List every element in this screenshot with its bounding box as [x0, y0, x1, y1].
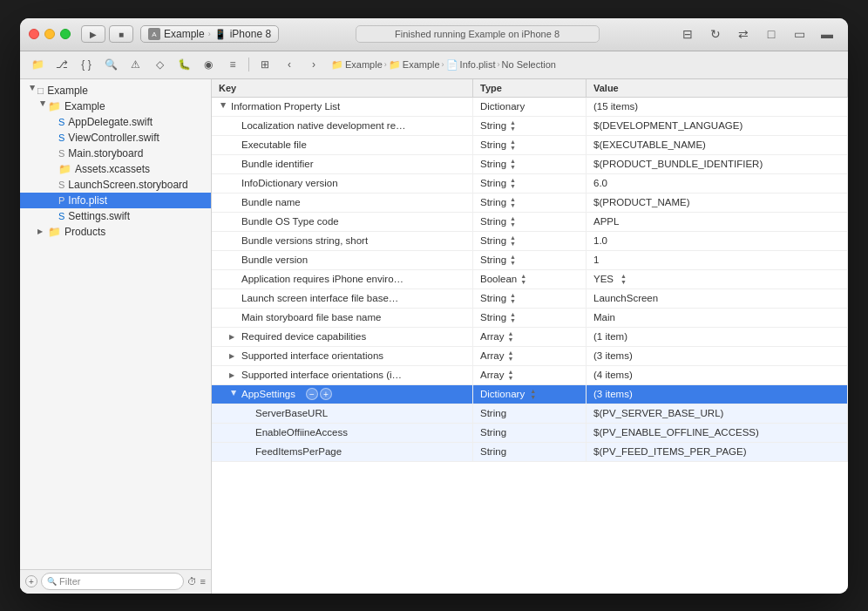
plist-row-appsettings[interactable]: ▶ AppSettings − + Dictionary ▲▼ (3 items… — [212, 385, 848, 404]
expand-icon[interactable]: ▶ — [220, 102, 227, 111]
plist-row-executable[interactable]: Executable file String ▲▼ $(EXECUTABLE_N… — [212, 136, 848, 155]
close-button[interactable] — [29, 29, 39, 39]
sidebar-item-example-group[interactable]: ▶ □ Example — [20, 83, 211, 98]
plist-row-required-device[interactable]: ▶ Required device capabilities Array ▲▼ … — [212, 328, 848, 347]
plist-table[interactable]: Key Type Value ▶ Information Property Li… — [212, 79, 848, 594]
breadcrumb-item-4[interactable]: No Selection — [502, 59, 556, 70]
type-stepper-idv[interactable]: ▲▼ — [510, 177, 516, 189]
value-cell-bundle-version: 1 — [587, 251, 848, 269]
plist-row-bundle-id[interactable]: Bundle identifier String ▲▼ $(PRODUCT_BU… — [212, 155, 848, 174]
value-stepper-ari[interactable]: ▲▼ — [620, 273, 627, 285]
value-label-supported-orientations: (3 items) — [593, 350, 633, 361]
key-cell-feed-items-per-page: FeedItemsPerPage — [212, 443, 473, 461]
plist-table-header: Key Type Value — [212, 79, 848, 98]
sidebar-label-settings: Settings.swift — [68, 210, 130, 222]
type-stepper-bvs[interactable]: ▲▼ — [510, 234, 516, 247]
value-label-bundle-ver-short: 1.0 — [593, 235, 607, 246]
sidebar-item-products[interactable]: ▶ 📁 Products — [20, 224, 211, 240]
run-button[interactable]: ▶ — [81, 25, 105, 43]
type-stepper-soi[interactable]: ▲▼ — [507, 369, 513, 381]
expand-icon-soi[interactable]: ▶ — [229, 371, 238, 379]
breadcrumb-item-3[interactable]: 📄 Info.plist — [446, 59, 496, 71]
debug-btn[interactable]: 🐛 — [173, 55, 194, 74]
type-stepper-loc[interactable]: ▲▼ — [510, 119, 516, 132]
panel-button-3[interactable]: ▬ — [815, 24, 839, 44]
type-stepper-bv[interactable]: ▲▼ — [510, 254, 516, 266]
editor-layout-button[interactable]: ⊟ — [675, 24, 700, 44]
minus-button-appsettings[interactable]: − — [306, 388, 318, 400]
type-stepper-rdc[interactable]: ▲▼ — [507, 330, 513, 343]
sidebar-item-main-storyboard[interactable]: S Main.storyboard — [20, 146, 211, 161]
breadcrumb-item-1[interactable]: 📁 Example — [331, 59, 383, 71]
breakpoints-btn[interactable]: ◉ — [198, 55, 219, 74]
back-forward-button[interactable]: ⇄ — [731, 24, 756, 44]
value-cell-bundle-ver-short: 1.0 — [587, 232, 848, 250]
sidebar-item-settings[interactable]: S Settings.swift — [20, 208, 211, 224]
filter-options-icon[interactable]: ⏱ — [187, 576, 197, 587]
plist-row-bundle-os-type[interactable]: Bundle OS Type code String ▲▼ APPL — [212, 213, 848, 232]
plist-row-launch-screen[interactable]: Launch screen interface file base… Strin… — [212, 289, 848, 309]
plist-row-main-storyboard[interactable]: Main storyboard file base name String ▲▼… — [212, 309, 848, 328]
report-btn[interactable]: ≡ — [222, 55, 243, 74]
sidebar-scroll[interactable]: ▶ □ Example ▶ 📁 Example S AppDelegate.sw… — [20, 79, 211, 569]
sidebar-item-viewcontroller[interactable]: S ViewController.swift — [20, 130, 211, 146]
plist-row-feed-items-per-page[interactable]: FeedItemsPerPage String $(PV_FEED_ITEMS_… — [212, 443, 848, 462]
search-btn[interactable]: 🔍 — [100, 55, 121, 74]
add-item-button[interactable]: + — [25, 575, 37, 587]
type-stepper-as[interactable]: ▲▼ — [530, 388, 536, 400]
back-btn[interactable]: ‹ — [279, 55, 300, 74]
expand-icon-so[interactable]: ▶ — [229, 352, 238, 360]
plist-row-info-property-list[interactable]: ▶ Information Property List Dictionary (… — [212, 98, 848, 117]
sidebar-item-example-folder[interactable]: ▶ 📁 Example — [20, 98, 211, 114]
expand-icon-rdc[interactable]: ▶ — [229, 333, 238, 341]
plist-row-bundle-ver-short[interactable]: Bundle versions string, short String ▲▼ … — [212, 232, 848, 251]
type-stepper-ari[interactable]: ▲▼ — [520, 273, 526, 285]
breadcrumb-label-1: Example — [345, 59, 383, 70]
plist-row-app-requires-iphone[interactable]: Application requires iPhone enviro… Bool… — [212, 270, 848, 289]
issues-btn[interactable]: ⚠ — [125, 55, 146, 74]
plist-row-enable-offline[interactable]: EnableOffiineAccess String $(PV_ENABLE_O… — [212, 424, 848, 443]
filter-box[interactable]: 🔍 Filter — [41, 573, 184, 590]
folder-icon-btn[interactable]: 📁 — [27, 55, 48, 74]
plist-row-server-base-url[interactable]: ServerBaseURL String $(PV_SERVER_BASE_UR… — [212, 404, 848, 424]
header-key: Key — [212, 79, 473, 97]
symbols-btn[interactable]: { } — [76, 55, 97, 74]
grid-view-btn[interactable]: ⊞ — [254, 55, 275, 74]
maximize-button[interactable] — [60, 29, 71, 39]
test-btn[interactable]: ◇ — [149, 55, 170, 74]
forward-btn[interactable]: › — [303, 55, 324, 74]
filter-more-icon[interactable]: ≡ — [200, 576, 206, 587]
type-cell-bundle-name: String ▲▼ — [473, 193, 587, 212]
sidebar-item-appdelegate[interactable]: S AppDelegate.swift — [20, 114, 211, 130]
stop-button[interactable]: ■ — [109, 25, 133, 43]
plist-row-info-dict-ver[interactable]: InfoDictionary version String ▲▼ 6.0 — [212, 174, 848, 193]
type-stepper-bot[interactable]: ▲▼ — [510, 215, 516, 227]
sidebar-item-launchscreen[interactable]: S LaunchScreen.storyboard — [20, 177, 211, 193]
sidebar-item-infoplist[interactable]: P Info.plist — [20, 193, 211, 208]
plist-row-localization[interactable]: Localization native development re… Stri… — [212, 117, 848, 136]
type-stepper-exec[interactable]: ▲▼ — [510, 139, 516, 151]
panel-button-2[interactable]: ▭ — [787, 24, 811, 44]
plist-row-supported-orientations[interactable]: ▶ Supported interface orientations Array… — [212, 347, 848, 366]
plist-row-supported-orientations-ipad[interactable]: ▶ Supported interface orientations (i… A… — [212, 366, 848, 385]
type-stepper-bn[interactable]: ▲▼ — [510, 196, 516, 208]
plist-row-bundle-name[interactable]: Bundle name String ▲▼ $(PRODUCT_NAME) — [212, 193, 848, 213]
value-label-enable-offline: $(PV_ENABLE_OFFLINE_ACCESS) — [593, 427, 759, 438]
scheme-selector[interactable]: A Example › 📱 iPhone 8 — [140, 25, 279, 43]
breadcrumb-label-2: Example — [403, 59, 440, 70]
type-stepper-ls[interactable]: ▲▼ — [510, 292, 516, 304]
panel-button-1[interactable]: □ — [759, 24, 783, 44]
expand-icon-as[interactable]: ▶ — [230, 390, 238, 398]
type-stepper-so[interactable]: ▲▼ — [507, 350, 513, 362]
breadcrumb-item-2[interactable]: 📁 Example — [389, 59, 440, 71]
type-stepper-bid[interactable]: ▲▼ — [510, 158, 516, 170]
refresh-button[interactable]: ↻ — [703, 24, 728, 44]
plus-button-appsettings[interactable]: + — [320, 388, 332, 400]
plist-row-bundle-version[interactable]: Bundle version String ▲▼ 1 — [212, 251, 848, 270]
sidebar-item-assets[interactable]: 📁 Assets.xcassets — [20, 161, 211, 177]
type-stepper-ms[interactable]: ▲▼ — [510, 311, 516, 323]
source-control-btn[interactable]: ⎇ — [51, 55, 72, 74]
chevron-right-icon: › — [208, 30, 211, 38]
folder-icon-example: 📁 — [48, 100, 61, 112]
minimize-button[interactable] — [44, 29, 55, 39]
